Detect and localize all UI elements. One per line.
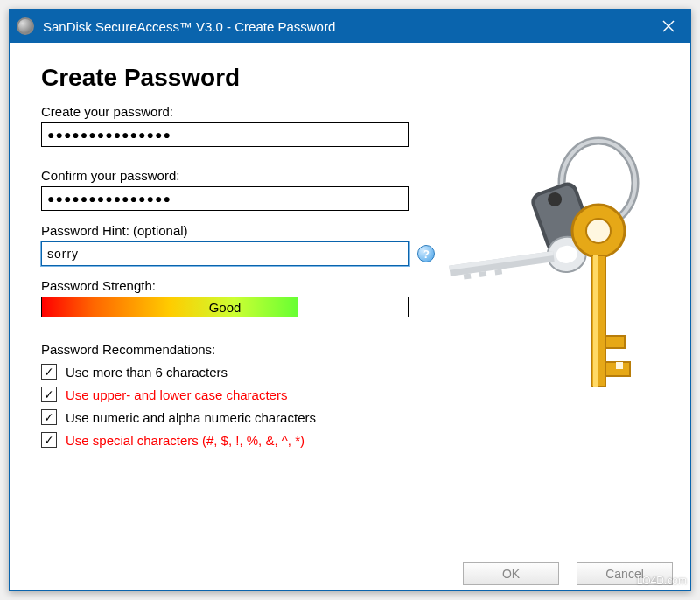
dialog-content: Create Password Create your password: Co… <box>10 43 690 590</box>
strength-meter: Good <box>41 297 409 317</box>
strength-text: Good <box>42 297 408 317</box>
close-button[interactable] <box>647 10 690 43</box>
svg-point-3 <box>562 141 635 225</box>
checkbox-icon: ✓ <box>41 409 57 425</box>
recommendation-text: Use more than 6 characters <box>66 365 228 380</box>
button-row: OK Cancel <box>10 555 690 590</box>
create-password-input[interactable] <box>41 122 409 147</box>
confirm-password-label: Confirm your password: <box>41 168 659 183</box>
svg-point-2 <box>562 141 635 225</box>
ok-button[interactable]: OK <box>463 562 559 585</box>
close-icon <box>662 20 675 32</box>
confirm-password-input[interactable] <box>41 186 409 211</box>
recommendation-item: ✓ Use special characters (#, $, !, %, &,… <box>41 432 659 448</box>
watermark: LO4D.com <box>637 575 687 587</box>
password-hint-label: Password Hint: (optional) <box>41 223 659 238</box>
recommendation-item: ✓ Use upper- and lower case characters <box>41 387 659 402</box>
svg-rect-12 <box>480 271 487 277</box>
title-bar: SanDisk SecureAccess™ V3.0 - Create Pass… <box>10 10 690 43</box>
dialog-window: SanDisk SecureAccess™ V3.0 - Create Pass… <box>9 9 691 591</box>
checkbox-icon: ✓ <box>41 387 57 402</box>
password-hint-input[interactable] <box>41 241 409 266</box>
svg-rect-13 <box>494 269 502 275</box>
recommendation-item: ✓ Use numeric and alpha numeric characte… <box>41 409 659 425</box>
window-title: SanDisk SecureAccess™ V3.0 - Create Pass… <box>43 19 647 34</box>
recommendation-text: Use upper- and lower case characters <box>66 387 287 402</box>
page-title: Create Password <box>41 64 659 92</box>
checkbox-icon: ✓ <box>41 432 57 448</box>
recommendation-item: ✓ Use more than 6 characters <box>41 364 659 380</box>
create-password-label: Create your password: <box>41 104 659 119</box>
password-strength-label: Password Strength: <box>41 278 659 293</box>
help-icon[interactable]: ? <box>417 245 435 262</box>
recommendation-text: Use special characters (#, $, !, %, &, ^… <box>66 433 304 448</box>
recommendations-title: Password Recommendations: <box>41 342 659 357</box>
recommendation-text: Use numeric and alpha numeric characters <box>66 410 316 425</box>
checkbox-icon: ✓ <box>41 364 57 380</box>
svg-point-6 <box>546 191 564 209</box>
app-icon <box>17 17 34 35</box>
